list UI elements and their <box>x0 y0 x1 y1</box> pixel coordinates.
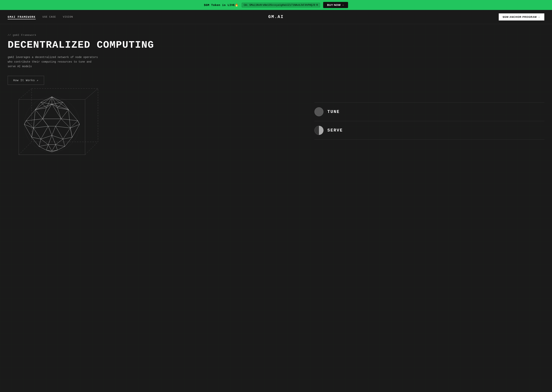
svg-point-8 <box>24 97 80 152</box>
svg-line-22 <box>43 104 52 119</box>
top-banner: $GM Token is LIVE🔥 CA: GMai1NvHreNe135cv… <box>0 0 552 10</box>
sphere-section <box>8 85 303 170</box>
svg-line-34 <box>56 119 61 126</box>
text-section: // gmAI Framework DECENTRALIZED COMPUTIN… <box>8 34 303 85</box>
svg-line-35 <box>61 119 70 128</box>
svg-line-60 <box>48 135 52 145</box>
svg-line-55 <box>52 135 63 139</box>
svg-line-75 <box>52 150 58 151</box>
svg-line-57 <box>32 137 39 147</box>
page-description: gmAI leverages a decentralized network o… <box>8 55 100 69</box>
copy-icon[interactable]: ⧉ <box>316 4 318 6</box>
svg-line-30 <box>26 121 33 128</box>
svg-line-70 <box>48 145 52 151</box>
banner-ca-label: CA: <box>244 4 248 7</box>
svg-line-12 <box>52 97 69 110</box>
nav-link-vision[interactable]: VISION <box>63 15 73 18</box>
serve-label: SERVE <box>327 128 343 133</box>
svg-line-40 <box>43 119 48 126</box>
nav-left: GMAI FRAMEWORK USE CASE VISION <box>8 15 73 19</box>
nav-logo[interactable]: GM.AI <box>268 14 284 19</box>
feature-tune[interactable]: TUNE <box>314 102 544 121</box>
svg-line-7 <box>19 142 32 155</box>
svg-line-67 <box>56 145 65 147</box>
svg-line-65 <box>39 145 48 147</box>
svg-line-5 <box>85 88 98 99</box>
svg-line-78 <box>34 110 36 128</box>
banner-ca-container[interactable]: CA: GMai1NvHreNe135cvxya1gHaUJZiT1NAvbJk… <box>242 3 320 7</box>
svg-line-45 <box>34 128 41 139</box>
how-it-works-button[interactable]: How It Works ↗ <box>8 76 44 85</box>
serve-icon <box>314 126 324 135</box>
svg-line-41 <box>56 126 70 128</box>
banner-token-text: $GM Token is LIVE🔥 <box>204 3 239 7</box>
page-title: DECENTRALIZED COMPUTING <box>8 40 299 50</box>
svg-marker-3 <box>32 88 98 142</box>
tune-label: TUNE <box>327 110 340 114</box>
svg-line-56 <box>63 137 72 139</box>
svg-line-24 <box>61 110 68 119</box>
svg-line-20 <box>26 110 35 121</box>
buy-now-button[interactable]: BUY NOW → <box>323 2 348 8</box>
sphere-visualization <box>8 85 103 169</box>
features-section: TUNE SERVE <box>303 34 544 170</box>
svg-line-47 <box>48 126 52 135</box>
svg-line-91 <box>43 108 46 119</box>
svg-line-50 <box>63 128 70 139</box>
svg-line-58 <box>39 139 41 146</box>
svg-line-93 <box>58 108 69 110</box>
svg-line-54 <box>41 135 52 139</box>
nav-brand[interactable]: GMAI FRAMEWORK <box>8 15 36 19</box>
svg-line-83 <box>78 121 80 124</box>
feature-serve[interactable]: SERVE <box>314 121 544 140</box>
nav-right: $GM ANCHOR PROGRAM → <box>499 14 544 21</box>
svg-line-25 <box>68 110 78 121</box>
breadcrumb: // gmAI Framework <box>8 34 299 36</box>
svg-line-53 <box>32 137 41 139</box>
anchor-program-button[interactable]: $GM ANCHOR PROGRAM → <box>499 14 544 21</box>
svg-line-72 <box>56 145 58 150</box>
svg-line-23 <box>52 104 61 119</box>
svg-line-69 <box>46 145 48 150</box>
svg-line-31 <box>34 119 43 128</box>
svg-line-76 <box>46 150 52 152</box>
svg-line-74 <box>46 150 52 151</box>
svg-line-77 <box>52 150 58 152</box>
svg-line-68 <box>39 147 46 150</box>
svg-line-42 <box>70 124 80 128</box>
svg-line-6 <box>85 142 98 155</box>
svg-line-71 <box>52 145 56 151</box>
svg-line-43 <box>24 124 32 137</box>
nav-link-use-case[interactable]: USE CASE <box>43 15 56 18</box>
svg-line-82 <box>24 121 26 124</box>
svg-marker-2 <box>19 99 85 154</box>
svg-line-92 <box>35 108 46 110</box>
svg-line-39 <box>34 126 48 128</box>
tune-icon <box>314 107 324 116</box>
svg-point-0 <box>314 107 323 116</box>
svg-line-13 <box>35 97 52 110</box>
svg-line-52 <box>72 124 80 137</box>
svg-line-46 <box>41 126 48 139</box>
svg-line-48 <box>52 126 56 135</box>
svg-line-87 <box>46 97 52 108</box>
svg-line-73 <box>58 147 65 150</box>
content-grid: // gmAI Framework DECENTRALIZED COMPUTIN… <box>0 24 552 178</box>
svg-line-79 <box>32 128 34 137</box>
navbar: GMAI FRAMEWORK USE CASE VISION GM.AI $GM… <box>0 10 552 24</box>
svg-line-36 <box>70 121 78 128</box>
svg-line-84 <box>52 97 58 108</box>
banner-ca-address: GMai1NvHreNe135cvxya1gHaUJZiT1NAvbJkF4hP… <box>249 4 315 7</box>
svg-line-21 <box>35 110 43 119</box>
svg-line-90 <box>58 108 61 119</box>
svg-line-81 <box>70 128 72 137</box>
svg-line-49 <box>56 126 63 139</box>
svg-line-61 <box>52 135 56 145</box>
svg-line-63 <box>63 139 65 146</box>
svg-line-4 <box>19 88 32 99</box>
svg-line-38 <box>24 124 34 128</box>
svg-line-80 <box>68 110 70 128</box>
svg-line-64 <box>65 137 72 147</box>
